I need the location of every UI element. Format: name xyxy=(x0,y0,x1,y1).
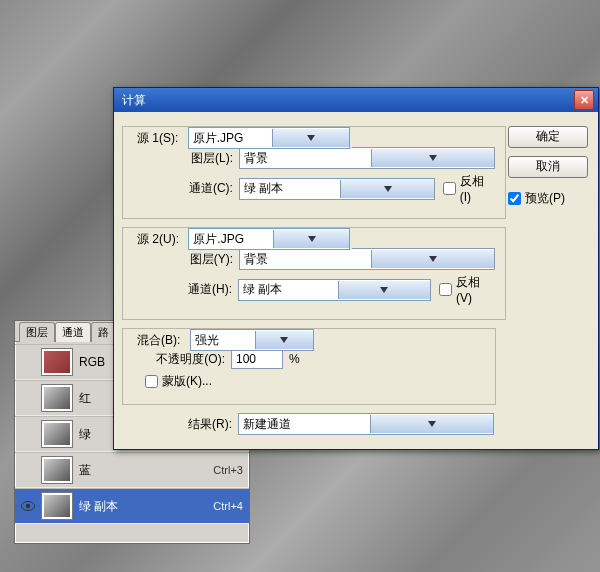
source1-group: 源 1(S): 原片.JPG 图层(L): 背景 通道(C): xyxy=(122,126,506,219)
source1-layer-label: 图层(L): xyxy=(175,150,233,167)
visibility-toggle[interactable] xyxy=(19,461,37,479)
calculations-dialog: 计算 ✕ 确定 取消 预览(P) 源 1(S): 原片.JPG xyxy=(113,87,599,450)
source1-select[interactable]: 原片.JPG xyxy=(188,127,350,149)
channel-thumbnail xyxy=(41,456,73,484)
source1-invert-label: 反相(I) xyxy=(460,173,495,204)
channel-row[interactable]: 绿 副本Ctrl+4 xyxy=(15,488,249,524)
visibility-toggle[interactable] xyxy=(19,389,37,407)
source2-channel-select[interactable]: 绿 副本 xyxy=(238,279,431,301)
chevron-down-icon xyxy=(338,281,430,299)
result-label: 结果(R): xyxy=(166,416,232,433)
chevron-down-icon xyxy=(273,230,350,248)
channel-thumbnail xyxy=(41,420,73,448)
preview-checkbox[interactable] xyxy=(508,192,521,205)
chevron-down-icon xyxy=(255,331,313,349)
channel-row[interactable]: 蓝Ctrl+3 xyxy=(15,452,249,488)
source1-legend: 源 1(S): xyxy=(137,131,178,145)
source1-invert-checkbox[interactable] xyxy=(443,182,456,195)
dialog-title: 计算 xyxy=(118,92,574,109)
preview-label: 预览(P) xyxy=(525,190,565,207)
cancel-button[interactable]: 取消 xyxy=(508,156,588,178)
tab-layers-label: 图层 xyxy=(26,326,48,338)
source2-invert-label: 反相(V) xyxy=(456,274,495,305)
tab-channels[interactable]: 通道 xyxy=(55,322,91,342)
tab-layers[interactable]: 图层 xyxy=(19,322,55,342)
blend-group: 混合(B): 强光 不透明度(O): % 蒙版(K)... xyxy=(122,328,496,405)
source1-channel-value: 绿 副本 xyxy=(244,180,336,197)
source1-channel-label: 通道(C): xyxy=(175,180,233,197)
channel-name: 绿 副本 xyxy=(79,498,209,515)
channel-shortcut: Ctrl+3 xyxy=(213,464,243,476)
chevron-down-icon xyxy=(370,415,494,433)
blend-mode-select[interactable]: 强光 xyxy=(190,329,314,351)
source1-value: 原片.JPG xyxy=(193,130,269,147)
source2-invert-checkbox[interactable] xyxy=(439,283,452,296)
visibility-toggle[interactable] xyxy=(19,497,37,515)
source2-layer-label: 图层(Y): xyxy=(175,251,233,268)
channel-thumbnail xyxy=(41,384,73,412)
source2-legend: 源 2(U): xyxy=(137,232,179,246)
source2-channel-label: 通道(H): xyxy=(175,281,232,298)
visibility-toggle[interactable] xyxy=(19,425,37,443)
dialog-titlebar[interactable]: 计算 ✕ xyxy=(114,88,598,112)
chevron-down-icon xyxy=(340,180,433,198)
source2-value: 原片.JPG xyxy=(193,231,269,248)
opacity-input[interactable] xyxy=(231,349,283,369)
eye-icon xyxy=(21,501,35,511)
chevron-down-icon xyxy=(272,129,349,147)
chevron-down-icon xyxy=(371,250,495,268)
source2-layer-select[interactable]: 背景 xyxy=(239,248,495,270)
mask-checkbox[interactable] xyxy=(145,375,158,388)
source2-layer-value: 背景 xyxy=(244,251,367,268)
opacity-suffix: % xyxy=(289,352,300,366)
visibility-toggle[interactable] xyxy=(19,353,37,371)
source1-layer-value: 背景 xyxy=(244,150,367,167)
source1-channel-select[interactable]: 绿 副本 xyxy=(239,178,435,200)
opacity-label: 不透明度(O): xyxy=(133,351,225,368)
channel-shortcut: Ctrl+4 xyxy=(213,500,243,512)
blend-label: 混合(B): xyxy=(137,333,180,347)
source2-group: 源 2(U): 原片.JPG 图层(Y): 背景 通道(H): xyxy=(122,227,506,320)
chevron-down-icon xyxy=(371,149,495,167)
source1-layer-select[interactable]: 背景 xyxy=(239,147,495,169)
mask-label: 蒙版(K)... xyxy=(162,373,212,390)
result-select[interactable]: 新建通道 xyxy=(238,413,494,435)
blend-mode-value: 强光 xyxy=(195,332,252,349)
source2-select[interactable]: 原片.JPG xyxy=(188,228,350,250)
source2-channel-value: 绿 副本 xyxy=(243,281,334,298)
channel-thumbnail xyxy=(41,348,73,376)
channel-thumbnail xyxy=(41,492,73,520)
svg-point-1 xyxy=(26,504,30,508)
tab-channels-label: 通道 xyxy=(62,326,84,338)
ok-button[interactable]: 确定 xyxy=(508,126,588,148)
channel-name: 蓝 xyxy=(79,462,209,479)
close-button[interactable]: ✕ xyxy=(574,90,594,110)
result-value: 新建通道 xyxy=(243,416,366,433)
close-icon: ✕ xyxy=(580,94,589,107)
tab-paths-label: 路 xyxy=(98,326,109,338)
